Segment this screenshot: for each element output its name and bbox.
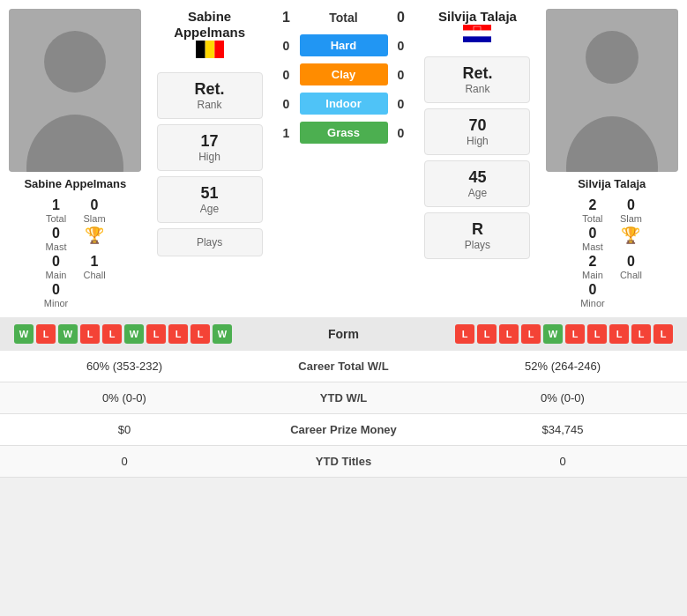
left-high-label: High bbox=[172, 151, 248, 163]
stats-row: $0 Career Prize Money $34,745 bbox=[0, 414, 687, 446]
form-pill-left: W bbox=[14, 324, 34, 344]
stats-row-label: YTD W/L bbox=[235, 391, 452, 404]
left-stat-minor: 0 Minor bbox=[44, 282, 69, 308]
form-pill-right: L bbox=[631, 324, 651, 344]
surface-row-clay: 0 Clay 0 bbox=[273, 60, 414, 89]
form-pill-left: W bbox=[58, 324, 78, 344]
left-rank-box: Ret. Rank bbox=[157, 72, 263, 119]
form-right: LLLLWLLLLL bbox=[455, 324, 673, 344]
grass-badge: Grass bbox=[300, 122, 388, 144]
form-pill-right: L bbox=[609, 324, 629, 344]
total-label: Total bbox=[300, 11, 388, 25]
left-player-avatar bbox=[9, 9, 141, 172]
left-player-col: Sabine Appelmans 1 Total 0 Slam 0 Mast 🏆 bbox=[0, 0, 151, 317]
svg-point-1 bbox=[44, 31, 106, 93]
form-pill-left: W bbox=[124, 324, 144, 344]
right-plays-value: R bbox=[439, 220, 515, 239]
form-pill-left: L bbox=[168, 324, 188, 344]
form-pill-left: W bbox=[213, 324, 232, 344]
stats-row-label: Career Total W/L bbox=[235, 360, 452, 373]
right-player-col: Silvija Talaja 2 Total 0 Slam 0 Mast 🏆 bbox=[536, 0, 687, 317]
surface-row-indoor: 0 Indoor 0 bbox=[273, 89, 414, 118]
stats-table: 60% (353-232) Career Total W/L 52% (264-… bbox=[0, 351, 687, 478]
right-age-box: 45 Age bbox=[424, 160, 530, 207]
form-pill-right: L bbox=[499, 324, 519, 344]
form-pill-right: L bbox=[565, 324, 585, 344]
right-rank-label: Rank bbox=[439, 83, 515, 95]
indoor-badge: Indoor bbox=[300, 93, 388, 115]
right-stats-grid: 2 Total 0 Slam 0 Mast 🏆 2 Main bbox=[580, 197, 643, 308]
form-left: WLWLLWLLLW bbox=[14, 324, 232, 344]
form-pill-left: L bbox=[36, 324, 56, 344]
left-age-label: Age bbox=[172, 203, 248, 215]
right-high-value: 70 bbox=[439, 116, 515, 135]
total-score-right: 0 bbox=[388, 10, 414, 26]
left-high-box: 17 High bbox=[157, 124, 263, 171]
stats-row-right-value: 52% (264-246) bbox=[452, 360, 673, 373]
left-center-col: Sabine Appelmans Ret. Rank 17 High 51 Ag… bbox=[151, 0, 269, 317]
left-center-name: Sabine Appelmans bbox=[155, 9, 265, 41]
right-center-name: Silvija Talaja bbox=[438, 9, 517, 25]
right-plays-label: Plays bbox=[439, 239, 515, 251]
form-section: WLWLLWLLLW Form LLLLWLLLLL bbox=[0, 317, 687, 351]
clay-score-right: 0 bbox=[388, 68, 414, 82]
grass-score-left: 1 bbox=[273, 126, 300, 140]
stats-row-right-value: 0% (0-0) bbox=[452, 391, 673, 404]
main-container: Sabine Appelmans 1 Total 0 Slam 0 Mast 🏆 bbox=[0, 0, 687, 478]
svg-rect-6 bbox=[463, 25, 491, 31]
right-player-avatar bbox=[546, 9, 678, 172]
surface-section: 0 Hard 0 0 Clay 0 0 Indoor 0 bbox=[273, 31, 414, 147]
left-plays-box: Plays bbox=[157, 228, 263, 256]
right-stat-mast: 0 Mast bbox=[580, 226, 605, 252]
right-high-label: High bbox=[439, 135, 515, 147]
form-label: Form bbox=[309, 327, 379, 341]
form-pill-right: L bbox=[521, 324, 541, 344]
indoor-score-left: 0 bbox=[273, 97, 300, 111]
svg-rect-7 bbox=[463, 31, 491, 37]
right-stat-main: 2 Main bbox=[580, 254, 605, 280]
form-pill-right: L bbox=[653, 324, 673, 344]
hard-score-left: 0 bbox=[273, 39, 300, 53]
right-age-label: Age bbox=[439, 187, 515, 199]
right-rank-value: Ret. bbox=[439, 64, 515, 83]
stats-row: 60% (353-232) Career Total W/L 52% (264-… bbox=[0, 351, 687, 382]
total-score-left: 1 bbox=[273, 10, 300, 26]
left-stat-main: 0 Main bbox=[44, 254, 69, 280]
left-stat-total: 1 Total bbox=[44, 197, 69, 224]
stats-row-left-value: 60% (353-232) bbox=[14, 360, 235, 373]
total-row: 1 Total 0 bbox=[273, 4, 414, 31]
left-trophy-icon-cell: 🏆 bbox=[82, 226, 107, 252]
stats-row: 0% (0-0) YTD W/L 0% (0-0) bbox=[0, 382, 687, 414]
svg-rect-8 bbox=[463, 36, 491, 42]
svg-rect-5 bbox=[214, 41, 224, 58]
middle-col: 1 Total 0 0 Hard 0 0 Clay 0 bbox=[269, 0, 419, 317]
right-player-name: Silvija Talaja bbox=[578, 177, 646, 190]
right-age-value: 45 bbox=[439, 168, 515, 187]
left-trophy-icon: 🏆 bbox=[85, 226, 104, 245]
form-pill-right: L bbox=[455, 324, 474, 344]
stats-row-left-value: $0 bbox=[14, 423, 235, 436]
form-pill-left: L bbox=[102, 324, 122, 344]
svg-rect-4 bbox=[205, 41, 214, 58]
left-rank-label: Rank bbox=[172, 99, 248, 111]
right-stat-minor: 0 Minor bbox=[580, 282, 605, 308]
form-pill-right: W bbox=[543, 324, 563, 344]
right-center-col: Silvija Talaja Ret. Rank 70 High 45 Age bbox=[419, 0, 537, 317]
form-pill-right: L bbox=[587, 324, 607, 344]
stats-row-right-value: 0 bbox=[452, 455, 673, 468]
left-stat-slam: 0 Slam bbox=[82, 197, 107, 224]
left-age-box: 51 Age bbox=[157, 176, 263, 223]
left-age-value: 51 bbox=[172, 184, 248, 203]
right-stat-slam: 0 Slam bbox=[619, 197, 644, 224]
right-trophy-icon-cell: 🏆 bbox=[619, 226, 644, 252]
top-section: Sabine Appelmans 1 Total 0 Slam 0 Mast 🏆 bbox=[0, 0, 687, 317]
stats-row-left-value: 0 bbox=[14, 455, 235, 468]
hard-badge: Hard bbox=[300, 34, 388, 56]
right-rank-box: Ret. Rank bbox=[424, 56, 530, 103]
form-pill-right: L bbox=[477, 324, 497, 344]
right-flag bbox=[463, 25, 491, 42]
left-plays-label: Plays bbox=[172, 236, 248, 249]
left-high-value: 17 bbox=[172, 132, 248, 151]
svg-rect-3 bbox=[196, 41, 205, 58]
right-high-box: 70 High bbox=[424, 108, 530, 155]
